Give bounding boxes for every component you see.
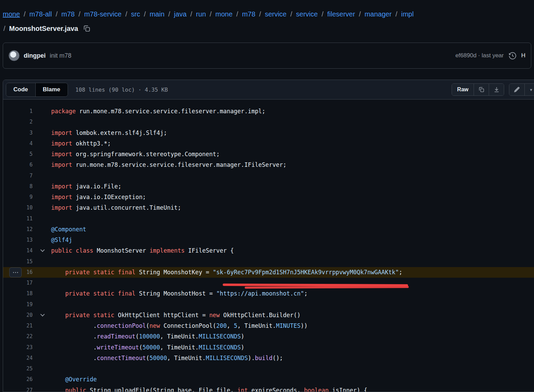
breadcrumb-separator: / xyxy=(168,9,170,19)
line-number[interactable]: 8 xyxy=(3,181,33,192)
avatar[interactable] xyxy=(9,50,20,61)
line-number[interactable]: 9 xyxy=(3,192,33,203)
line-number[interactable]: 15 xyxy=(3,256,33,267)
edit-button-group: ▾ xyxy=(509,83,534,96)
line-number[interactable]: 12 xyxy=(3,224,33,235)
tab-blame[interactable]: Blame xyxy=(35,83,68,96)
code-text: import run.mone.m78.service.service.file… xyxy=(51,160,287,170)
line-number[interactable]: 27 xyxy=(3,385,33,392)
toolbar-actions: Raw xyxy=(452,83,534,96)
code-line: 20 private static OkHttpClient httpClien… xyxy=(3,310,534,321)
breadcrumb-item[interactable]: service xyxy=(296,9,318,19)
code-line: 4import okhttp3.*; xyxy=(3,138,534,149)
breadcrumb-item[interactable]: m78-service xyxy=(84,9,121,19)
commit-sha-time[interactable]: ef6890d · last year xyxy=(455,52,504,59)
download-icon xyxy=(494,87,500,93)
breadcrumb-separator: / xyxy=(24,9,26,19)
copy-path-button[interactable] xyxy=(83,25,91,32)
line-number[interactable]: 22 xyxy=(3,331,33,342)
code-line: 22 .readTimeout(100000, TimeUnit.MILLISE… xyxy=(3,331,534,342)
code-line: 2 xyxy=(3,117,534,127)
line-number[interactable]: 20 xyxy=(3,310,33,321)
line-number[interactable]: 1 xyxy=(3,106,33,117)
raw-button[interactable]: Raw xyxy=(452,84,474,95)
code-line: 18 private static final String MoonshotH… xyxy=(3,288,534,299)
line-number[interactable]: 17 xyxy=(3,278,33,288)
code-line: 11 xyxy=(3,214,534,224)
breadcrumb-row1: mone/m78-all/m78/m78-service/src/main/ja… xyxy=(3,9,534,19)
line-number[interactable]: 13 xyxy=(3,235,33,245)
line-number[interactable]: 18 xyxy=(3,288,33,299)
edit-dropdown-button[interactable]: ▾ xyxy=(524,84,534,95)
line-number[interactable]: 10 xyxy=(3,203,33,213)
line-number[interactable]: 23 xyxy=(3,342,33,353)
breadcrumb-separator: / xyxy=(190,9,193,19)
code-line: 25 xyxy=(3,364,534,374)
breadcrumb-separator: / xyxy=(144,9,146,19)
line-number[interactable]: 2 xyxy=(3,117,33,127)
breadcrumb-item[interactable]: mone xyxy=(216,9,233,19)
breadcrumb-item[interactable]: manager xyxy=(364,9,392,19)
breadcrumb-item[interactable]: service xyxy=(265,9,287,19)
line-menu-button[interactable]: ⋯ xyxy=(9,267,22,277)
code-line: 19 xyxy=(3,299,534,310)
breadcrumb-separator: / xyxy=(395,9,397,19)
breadcrumb-item[interactable]: m78-all xyxy=(30,9,52,19)
code-line: 8import java.io.File; xyxy=(3,181,534,192)
edit-button[interactable] xyxy=(509,84,524,95)
breadcrumb-separator: / xyxy=(210,9,212,19)
line-number[interactable]: 19 xyxy=(3,299,33,310)
breadcrumb-item[interactable]: impl xyxy=(401,9,414,19)
code-text: public class MoonshotServer implements I… xyxy=(51,245,234,256)
line-number[interactable]: 6 xyxy=(3,160,33,170)
code-panel: CodeBlame 108 lines (90 loc) · 4.35 KB R… xyxy=(3,80,534,392)
code-lines: 1package run.mone.m78.service.service.fi… xyxy=(3,106,534,392)
line-number[interactable]: 3 xyxy=(3,128,33,138)
code-text: import lombok.extern.slf4j.Slf4j; xyxy=(51,128,167,138)
fold-gutter xyxy=(33,249,51,252)
code-text: @Slf4j xyxy=(51,235,72,245)
code-line: 16 private static final String MoonshotK… xyxy=(3,267,534,278)
line-number[interactable]: 11 xyxy=(3,214,33,224)
copy-icon xyxy=(478,87,485,93)
line-number[interactable]: 4 xyxy=(3,138,33,149)
collapse-chevron-icon[interactable] xyxy=(40,312,45,316)
code-text: .connectionPool(new ConnectionPool(200, … xyxy=(51,321,307,331)
code-text: import java.io.File; xyxy=(51,181,121,192)
line-number[interactable]: 21 xyxy=(3,321,33,331)
code-line: 15 xyxy=(3,256,534,267)
commit-message[interactable]: init m78 xyxy=(50,52,71,59)
breadcrumb-item[interactable]: mone xyxy=(3,9,20,19)
breadcrumb-separator: / xyxy=(322,9,324,19)
code-text: @Component xyxy=(51,224,86,235)
code-line: 1package run.mone.m78.service.service.fi… xyxy=(3,106,534,117)
tab-code[interactable]: Code xyxy=(6,83,35,96)
code-text: private static final String MoonshotKey … xyxy=(51,267,403,278)
breadcrumb-item[interactable]: m78 xyxy=(61,9,75,19)
breadcrumb-item[interactable]: run xyxy=(196,9,206,19)
breadcrumb-item[interactable]: fileserver xyxy=(327,9,355,19)
history-icon[interactable] xyxy=(509,52,516,59)
line-number[interactable]: 24 xyxy=(3,353,33,364)
copy-file-button[interactable] xyxy=(474,84,489,95)
line-number[interactable]: 25 xyxy=(3,364,33,374)
file-meta: 108 lines (90 loc) · 4.35 KB xyxy=(76,87,168,93)
download-button[interactable] xyxy=(489,84,504,95)
breadcrumb-item[interactable]: java xyxy=(174,9,187,19)
line-number[interactable]: 7 xyxy=(3,171,33,181)
collapse-chevron-icon[interactable] xyxy=(40,248,45,252)
breadcrumb: mone/m78-all/m78/m78-service/src/main/ja… xyxy=(0,0,534,34)
commit-meta: ef6890d · last year H xyxy=(455,52,525,59)
line-number[interactable]: 14 xyxy=(3,245,33,256)
line-number[interactable]: 26 xyxy=(3,374,33,385)
fold-gutter xyxy=(33,314,51,317)
breadcrumb-item[interactable]: src xyxy=(131,9,140,19)
code-text: @Override xyxy=(51,374,97,385)
code-line: 13@Slf4j xyxy=(3,235,534,245)
code-text: .readTimeout(100000, TimeUnit.MILLISECON… xyxy=(51,331,244,342)
commit-author[interactable]: dingpei xyxy=(24,52,46,59)
line-number[interactable]: 5 xyxy=(3,149,33,160)
breadcrumb-item[interactable]: main xyxy=(150,9,164,19)
breadcrumb-item[interactable]: m78 xyxy=(242,9,255,19)
history-link[interactable]: H xyxy=(521,52,525,59)
